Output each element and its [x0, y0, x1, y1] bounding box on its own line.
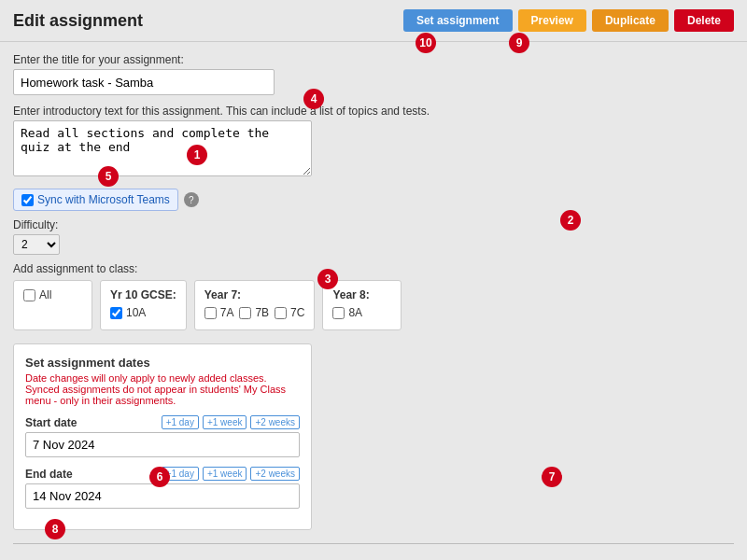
start-date-header: Start date +1 day +1 week +2 weeks	[25, 415, 300, 429]
delete-button[interactable]: Delete	[674, 9, 734, 32]
title-input[interactable]	[13, 69, 275, 95]
start-plus1week[interactable]: +1 week	[203, 415, 247, 429]
class-box-all: All	[13, 280, 92, 330]
classes-section: Add assignment to class: All Yr 10 GCSE:…	[13, 262, 734, 330]
class-7b-checkbox[interactable]	[239, 307, 251, 319]
class-10a-checkbox[interactable]	[110, 307, 122, 319]
class-7a-text: 7A	[220, 306, 234, 319]
class-all-checkbox[interactable]	[23, 289, 35, 301]
badge-6: 6	[149, 467, 170, 487]
badge-2: 2	[560, 210, 581, 231]
intro-textarea[interactable]: Read all sections and complete the quiz …	[13, 120, 312, 176]
end-plus1week[interactable]: +1 week	[203, 467, 247, 481]
end-date-label: End date	[25, 468, 73, 481]
class-7c-checkbox[interactable]	[275, 307, 287, 319]
class-box-year7: Year 7: 7A 7B 7C	[194, 280, 316, 330]
badge-5: 5	[98, 166, 119, 187]
difficulty-select[interactable]: 1 2 3 4 5	[13, 234, 60, 255]
class-7a-label[interactable]: 7A	[204, 306, 234, 319]
difficulty-row: Difficulty: 1 2 3 4 5	[13, 218, 734, 255]
start-date-input[interactable]	[25, 432, 300, 457]
dates-warning: Date changes will only apply to newly ad…	[25, 372, 300, 406]
start-date-label: Start date	[25, 416, 77, 429]
end-plus2weeks[interactable]: +2 weeks	[250, 467, 300, 481]
badge-9: 9	[509, 33, 529, 53]
year7-title: Year 7:	[204, 288, 305, 301]
yr10-title: Yr 10 GCSE:	[110, 288, 176, 301]
sync-text: Sync with Microsoft Teams	[37, 193, 170, 206]
class-8a-checkbox[interactable]	[332, 307, 345, 319]
sync-row: Sync with Microsoft Teams ?	[13, 189, 734, 211]
badge-1: 1	[187, 145, 207, 165]
badge-3: 3	[317, 269, 338, 289]
dates-title: Set assignment dates	[25, 356, 300, 370]
start-plus1day[interactable]: +1 day	[162, 415, 199, 429]
end-date-input[interactable]	[25, 483, 300, 509]
class-7a-checkbox[interactable]	[204, 307, 217, 319]
section-number: 1	[13, 557, 734, 559]
class-8a-text: 8A	[348, 306, 362, 319]
main-content: Enter the title for your assignment: Ent…	[0, 42, 747, 559]
class-10a-label[interactable]: 10A	[110, 306, 176, 319]
class-7c-text: 7C	[290, 306, 304, 319]
preview-button[interactable]: Preview	[518, 9, 586, 32]
start-date-shortcuts: +1 day +1 week +2 weeks	[162, 415, 300, 429]
class-10a-text: 10A	[126, 306, 146, 319]
class-7c-label[interactable]: 7C	[275, 306, 304, 319]
year8-title: Year 8:	[332, 288, 391, 301]
start-date-row: Start date +1 day +1 week +2 weeks	[25, 415, 300, 457]
badge-7: 7	[542, 467, 562, 487]
classes-label: Add assignment to class:	[13, 262, 734, 275]
start-plus2weeks[interactable]: +2 weeks	[250, 415, 300, 429]
top-bar: Edit assignment Set assignment Preview D…	[0, 0, 747, 42]
top-bar-buttons: Set assignment Preview Duplicate Delete	[403, 9, 734, 32]
dates-box: Set assignment dates Date changes will o…	[13, 343, 312, 530]
class-box-year8: Year 8: 8A	[322, 280, 402, 330]
class-all-text: All	[39, 288, 51, 301]
title-label: Enter the title for your assignment:	[13, 53, 734, 66]
intro-label: Enter introductory text for this assignm…	[13, 105, 734, 118]
difficulty-label: Difficulty:	[13, 218, 58, 231]
class-8a-label[interactable]: 8A	[332, 306, 391, 319]
class-all-label[interactable]: All	[23, 288, 82, 301]
sync-checkbox[interactable]	[21, 194, 34, 206]
badge-4: 4	[303, 89, 324, 109]
class-7b-text: 7B	[255, 306, 269, 319]
duplicate-button[interactable]: Duplicate	[592, 9, 669, 32]
class-box-yr10: Yr 10 GCSE: 10A	[100, 280, 187, 330]
set-assignment-button[interactable]: Set assignment	[403, 9, 513, 32]
page-title: Edit assignment	[13, 11, 143, 31]
badge-10: 10	[416, 33, 436, 53]
classes-grid: All Yr 10 GCSE: 10A Year 7: 7A	[13, 280, 734, 330]
end-date-shortcuts: +1 day +1 week +2 weeks	[162, 467, 300, 481]
help-icon[interactable]: ?	[184, 192, 199, 207]
badge-8: 8	[45, 519, 65, 539]
class-7b-label[interactable]: 7B	[239, 306, 269, 319]
sync-label[interactable]: Sync with Microsoft Teams	[13, 189, 178, 211]
